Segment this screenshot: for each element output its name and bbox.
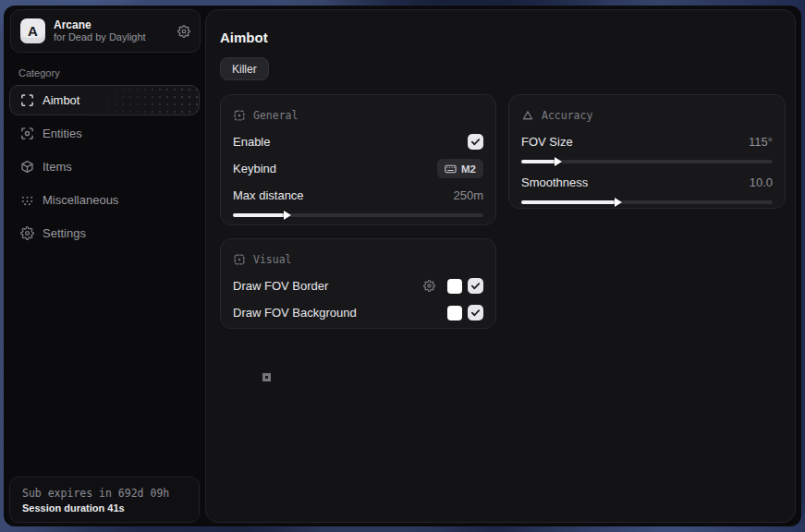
session-duration-text: Session duration 41s	[22, 501, 187, 515]
fov-background-color-swatch[interactable]	[447, 306, 462, 320]
frame-dot-icon	[233, 253, 246, 266]
slider-thumb[interactable]	[615, 198, 622, 207]
page-title: Aimbot	[220, 30, 268, 45]
package-icon	[20, 160, 34, 174]
sidebar-nav: Aimbot Entities Items Miscellaneous Sett…	[9, 85, 200, 251]
sidebar-item-label: Settings	[43, 226, 86, 240]
sidebar-item-items[interactable]: Items	[9, 151, 200, 182]
gear-icon	[20, 226, 34, 240]
fov-size-row: FOV Size 115°	[521, 128, 773, 155]
fov-border-color-swatch[interactable]	[447, 279, 462, 294]
app-logo: A	[20, 18, 45, 43]
app-name: Arcane	[54, 18, 177, 31]
check-icon	[470, 308, 481, 318]
sub-expires-text: Sub expires in 692d 09h	[22, 486, 187, 501]
slider-thumb[interactable]	[284, 211, 291, 220]
fov-border-checkbox[interactable]	[468, 278, 483, 294]
max-distance-value: 250m	[453, 188, 483, 202]
sidebar-item-label: Items	[43, 160, 72, 174]
smoothness-value: 10.0	[750, 175, 773, 189]
smoothness-label: Smoothness	[521, 175, 588, 189]
max-distance-row: Max distance 250m	[233, 182, 483, 209]
smoothness-row: Smoothness 10.0	[521, 169, 773, 196]
dot-pattern	[90, 86, 199, 115]
slider-fill	[521, 200, 616, 204]
brand-card: A Arcane for Dead by Daylight	[10, 9, 201, 53]
category-label: Category	[18, 67, 60, 79]
main-panel: Aimbot Killer General Enable Keybind M	[205, 9, 796, 523]
fov-background-label: Draw FOV Background	[233, 306, 357, 320]
enable-checkbox[interactable]	[468, 134, 483, 150]
sidebar-item-label: Miscellaneous	[43, 193, 118, 207]
sidebar-item-entities[interactable]: Entities	[9, 118, 200, 149]
resize-handle-dot[interactable]	[262, 373, 271, 381]
slider-thumb[interactable]	[555, 157, 562, 166]
sidebar-item-aimbot[interactable]: Aimbot	[9, 85, 200, 115]
enable-label: Enable	[233, 135, 270, 149]
sidebar-item-settings[interactable]: Settings	[9, 218, 200, 248]
fov-border-label: Draw FOV Border	[233, 279, 328, 293]
sidebar-item-label: Aimbot	[43, 93, 79, 107]
slider-fill	[233, 213, 286, 217]
card-header-label: General	[253, 109, 298, 122]
keybind-row: Keybind M2	[233, 155, 483, 182]
keyboard-icon	[445, 164, 457, 174]
enable-row: Enable	[233, 128, 483, 155]
max-distance-slider[interactable]	[233, 213, 483, 217]
entity-scan-icon	[20, 127, 34, 140]
fov-size-slider[interactable]	[521, 160, 773, 163]
visual-card: Visual Draw FOV Border Draw FOV Backgrou…	[220, 238, 496, 329]
accuracy-card: Accuracy FOV Size 115° Smoothness 10.0	[508, 94, 786, 209]
check-icon	[470, 137, 481, 147]
fov-size-label: FOV Size	[521, 135, 573, 149]
brand-text: Arcane for Dead by Daylight	[54, 18, 177, 43]
visual-card-header: Visual	[233, 252, 483, 267]
general-card-header: General	[233, 108, 483, 123]
keybind-button[interactable]: M2	[437, 159, 483, 178]
focus-dot-icon	[233, 109, 246, 122]
fov-size-value: 115°	[749, 135, 773, 149]
sidebar-item-miscellaneous[interactable]: Miscellaneous	[9, 185, 200, 215]
subscription-card: Sub expires in 692d 09h Session duration…	[9, 477, 200, 523]
keybind-label: Keybind	[233, 162, 276, 175]
fov-border-settings-gear-icon[interactable]	[423, 280, 435, 292]
slider-fill	[521, 160, 556, 163]
dots-grid-icon	[20, 193, 34, 207]
general-card: General Enable Keybind M2 Max distance 2…	[220, 94, 496, 225]
tab-killer[interactable]: Killer	[220, 57, 269, 80]
fov-background-checkbox[interactable]	[468, 305, 483, 320]
crosshair-scan-icon	[20, 93, 34, 107]
fov-border-row: Draw FOV Border	[233, 272, 483, 299]
max-distance-label: Max distance	[233, 188, 304, 202]
app-subtitle: for Dead by Daylight	[54, 31, 177, 43]
gear-icon[interactable]	[177, 25, 190, 38]
triangle-icon	[521, 109, 534, 122]
accuracy-card-header: Accuracy	[521, 108, 773, 123]
card-header-label: Visual	[253, 253, 292, 266]
app-window: A Arcane for Dead by Daylight Category A…	[4, 6, 801, 526]
smoothness-slider[interactable]	[521, 200, 773, 204]
card-header-label: Accuracy	[542, 109, 592, 122]
check-icon	[470, 281, 481, 291]
sidebar-item-label: Entities	[43, 127, 82, 140]
fov-background-row: Draw FOV Background	[233, 299, 483, 326]
keybind-value: M2	[461, 163, 476, 175]
